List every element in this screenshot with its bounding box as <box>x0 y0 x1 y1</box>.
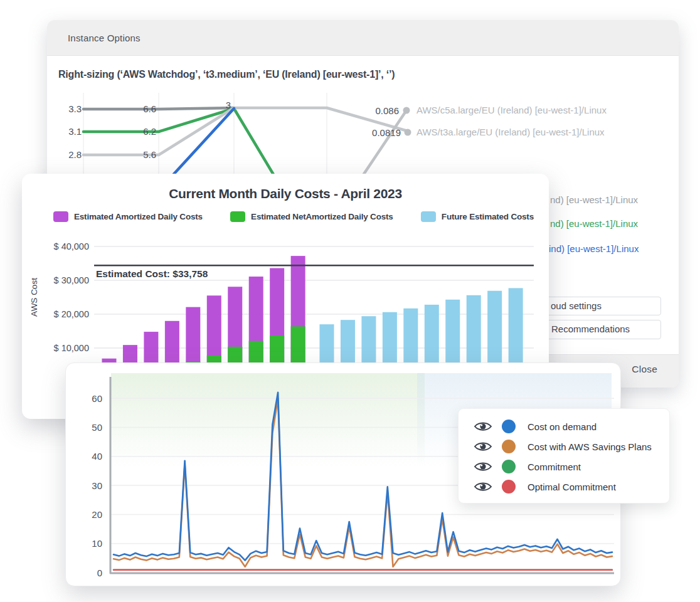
eye-visibility-icon[interactable] <box>474 460 492 473</box>
legend-label: Cost with AWS Savings Plans <box>528 441 652 452</box>
legend-color-dot <box>502 420 516 433</box>
estimated-cost-label: Estimated Cost: $33,758 <box>96 268 208 279</box>
instance-label: AWS/c5a.large/EU (Ireland) [eu-west-1]/L… <box>416 105 607 115</box>
y-tick-label: $ 20,000 <box>54 309 89 319</box>
y-tick-label: 50 <box>92 422 102 433</box>
axis-value-label: 2.8 <box>68 149 82 160</box>
axis-value-label: 3.3 <box>68 103 82 114</box>
series-endpoint-dot <box>405 129 411 136</box>
eye-visibility-icon[interactable] <box>474 420 492 433</box>
legend-row-cost-on-demand[interactable]: Cost on demand <box>459 416 669 436</box>
y-axis-title: AWS Cost <box>29 278 39 317</box>
axis-value-label: 5.6 <box>143 149 156 160</box>
y-tick-label: 10 <box>92 538 102 549</box>
legend-color-dot <box>502 480 516 494</box>
y-tick-label: 60 <box>92 393 102 404</box>
y-tick-label: $ 40,000 <box>54 241 89 251</box>
eye-visibility-icon[interactable] <box>474 480 492 493</box>
current-instance-gray-dark-line <box>83 108 234 109</box>
instance-label-fragment-blue: ind) [eu-west-1]/Linux <box>549 243 639 254</box>
legend-row-commitment[interactable]: Commitment <box>459 457 669 477</box>
instance-label-fragment-green: nd) [eu-west-1]/Linux <box>550 218 638 229</box>
y-tick-label: $ 30,000 <box>54 275 89 285</box>
y-tick-label: 20 <box>92 509 102 520</box>
y-tick-label: $ 10,000 <box>54 343 89 353</box>
recommendations-button-label: Recommendations <box>551 324 630 334</box>
legend-label: Cost on demand <box>528 421 597 432</box>
legend-color-dot <box>502 440 516 453</box>
page: Instance Options Right-sizing (‘AWS Watc… <box>0 0 700 602</box>
axis-value-label: 6.2 <box>143 126 156 137</box>
instance-label: AWS/t3a.large/EU (Ireland) [eu-west-1]/L… <box>416 127 605 137</box>
close-button[interactable]: Close <box>632 364 657 375</box>
series-endpoint-dot <box>403 107 410 114</box>
cloud-settings-button-label: oud settings <box>551 300 602 311</box>
cost-lines-card: 0102030405060 Cost on demandCost with AW… <box>65 362 621 586</box>
legend-label: Commitment <box>528 462 581 472</box>
eye-visibility-icon[interactable] <box>474 440 492 453</box>
y-tick-label: 30 <box>92 480 102 491</box>
axis-value-label: 3 <box>226 100 231 110</box>
axis-value-label: 3.1 <box>68 126 82 137</box>
axis-value-label: 0.086 <box>375 105 399 116</box>
instance-label-fragment-gray: nd) [eu-west-1]/Linux <box>550 194 638 205</box>
legend-row-optimal-commitment[interactable]: Optimal Commitment <box>459 477 669 497</box>
line-chart-legend: Cost on demandCost with AWS Savings Plan… <box>458 408 670 504</box>
axis-value-label: 6.6 <box>143 103 156 114</box>
legend-row-cost-with-aws-savings-plans[interactable]: Cost with AWS Savings Plans <box>459 436 669 457</box>
legend-label: Optimal Commitment <box>528 482 616 492</box>
legend-color-dot <box>502 460 516 473</box>
y-tick-label: 0 <box>97 568 102 578</box>
axis-value-label: 0.0819 <box>372 127 401 138</box>
y-tick-label: 40 <box>92 451 102 462</box>
